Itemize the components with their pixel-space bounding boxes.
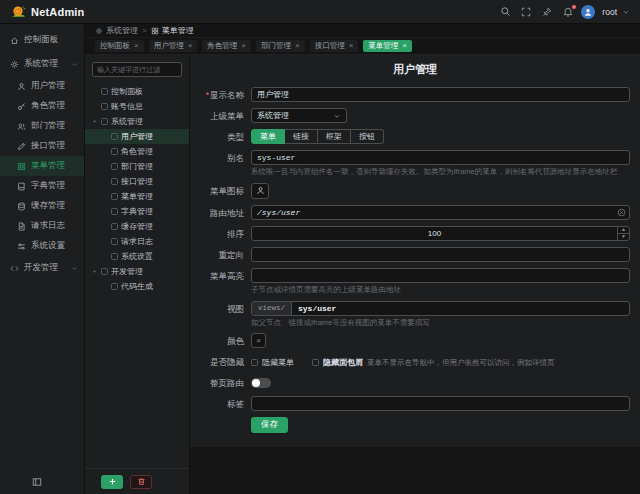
close-icon[interactable]: × <box>402 42 407 50</box>
checkbox[interactable] <box>101 268 108 275</box>
sidebar-item-dictionaries[interactable]: 字典管理 <box>0 176 84 196</box>
sidebar-item-request-logs[interactable]: 请求日志 <box>0 216 84 236</box>
sidebar-item-departments[interactable]: 部门管理 <box>0 116 84 136</box>
tab-dashboard[interactable]: 控制面板× <box>95 40 144 52</box>
tree-filter-input[interactable] <box>92 62 182 77</box>
checkbox[interactable] <box>111 148 118 155</box>
highlight-input[interactable] <box>251 268 630 283</box>
tree-node-dashboard[interactable]: 控制面板 <box>85 84 189 99</box>
tree-node-users[interactable]: 用户管理 <box>85 129 189 144</box>
caret-down-icon[interactable] <box>91 268 98 275</box>
pin-icon[interactable] <box>539 4 555 20</box>
close-icon[interactable]: × <box>295 42 300 50</box>
parent-menu-select[interactable]: 系统管理 <box>251 108 347 123</box>
checkbox[interactable] <box>101 118 108 125</box>
sidebar-item-users[interactable]: 用户管理 <box>0 76 84 96</box>
display-name-input[interactable] <box>251 87 630 102</box>
sidebar-item-roles[interactable]: 角色管理 <box>0 96 84 116</box>
full-page-toggle[interactable] <box>251 378 271 388</box>
hidden-desc-text: 菜单不显示在导航中，但用户依然可以访问，例如详情页 <box>367 358 555 368</box>
field-label: 标签 <box>200 396 244 411</box>
type-option-button[interactable]: 按钮 <box>351 129 384 144</box>
search-icon[interactable] <box>497 4 513 20</box>
close-icon[interactable]: × <box>241 42 246 50</box>
checkbox[interactable] <box>101 103 108 110</box>
add-menu-button[interactable] <box>101 475 123 489</box>
code-icon <box>10 264 19 273</box>
delete-menu-button[interactable] <box>130 475 152 489</box>
sidebar-item-label: 系统管理 <box>24 58 66 70</box>
route-input[interactable] <box>251 205 630 220</box>
view-input[interactable]: views/ sys/user <box>251 301 630 316</box>
decrease-button[interactable]: ▼ <box>618 234 629 240</box>
sidebar: 控制面板 系统管理 用户管理 角色管理 部门管理 接口管理 菜单管理 <box>0 24 85 494</box>
sidebar-collapse-icon[interactable] <box>32 477 42 487</box>
type-option-link[interactable]: 链接 <box>285 129 318 144</box>
checkbox[interactable] <box>111 178 118 185</box>
tree-node-system[interactable]: 系统管理 <box>85 114 189 129</box>
tab-roles[interactable]: 角色管理× <box>202 40 251 52</box>
breadcrumb-item-system[interactable]: 系统管理 <box>95 25 138 36</box>
tree-node-cache[interactable]: 缓存管理 <box>85 219 189 234</box>
tree-node-request-logs[interactable]: 请求日志 <box>85 234 189 249</box>
tab-departments[interactable]: 部门管理× <box>256 40 305 52</box>
file-icon <box>17 222 26 231</box>
sidebar-item-apis[interactable]: 接口管理 <box>0 136 84 156</box>
tree-node-departments[interactable]: 部门管理 <box>85 159 189 174</box>
sort-number-input[interactable]: 100 ▲ ▼ <box>251 226 630 241</box>
tree-node-codegen[interactable]: 代码生成 <box>85 279 189 294</box>
tab-users[interactable]: 用户管理× <box>149 40 198 52</box>
field-label: 菜单高亮 <box>200 268 244 295</box>
checkbox[interactable] <box>111 223 118 230</box>
caret-down-icon[interactable] <box>91 118 98 125</box>
close-icon[interactable]: × <box>188 42 193 50</box>
sort-value: 100 <box>252 227 617 240</box>
type-option-iframe[interactable]: 框架 <box>318 129 351 144</box>
view-value: sys/user <box>292 304 342 313</box>
type-option-menu[interactable]: 菜单 <box>251 129 285 144</box>
tree-node-roles[interactable]: 角色管理 <box>85 144 189 159</box>
close-icon[interactable]: × <box>349 42 354 50</box>
alias-input[interactable] <box>251 150 630 165</box>
menu-icon-picker-button[interactable] <box>251 183 269 199</box>
tree-node-development[interactable]: 开发管理 <box>85 264 189 279</box>
sidebar-item-development[interactable]: 开发管理 <box>0 256 84 280</box>
current-user[interactable]: root <box>602 7 617 17</box>
checkbox[interactable] <box>111 208 118 215</box>
tree-node-apis[interactable]: 接口管理 <box>85 174 189 189</box>
sidebar-item-dashboard[interactable]: 控制面板 <box>0 28 84 52</box>
checkbox[interactable] <box>111 193 118 200</box>
redirect-input[interactable] <box>251 247 630 262</box>
fullscreen-icon[interactable] <box>518 4 534 20</box>
breadcrumb-item-menus[interactable]: 菜单管理 <box>151 25 194 36</box>
chevron-down-icon[interactable] <box>622 8 630 16</box>
save-button[interactable]: 保存 <box>251 417 288 433</box>
tree-node-account[interactable]: 账号信息 <box>85 99 189 114</box>
checkbox[interactable] <box>111 133 118 140</box>
breadcrumb-label: 菜单管理 <box>162 25 194 36</box>
checkbox[interactable] <box>111 163 118 170</box>
sidebar-item-system[interactable]: 系统管理 <box>0 52 84 76</box>
sidebar-item-cache[interactable]: 缓存管理 <box>0 196 84 216</box>
tab-apis[interactable]: 接口管理× <box>310 40 359 52</box>
hide-breadcrumb-checkbox[interactable] <box>312 359 319 366</box>
tags-input[interactable] <box>251 396 630 411</box>
alias-help-text: 系统唯一且与内置组件名一致，否则导致缓存失效。如类型为Iframe的菜单，则别名… <box>251 167 630 177</box>
hide-menu-checkbox[interactable] <box>251 359 258 366</box>
color-picker-button[interactable]: × <box>251 333 266 348</box>
tab-menus[interactable]: 菜单管理× <box>363 40 412 52</box>
sidebar-item-settings[interactable]: 系统设置 <box>0 236 84 256</box>
sliders-icon <box>17 242 26 251</box>
checkbox[interactable] <box>101 88 108 95</box>
tree-node-dictionaries[interactable]: 字典管理 <box>85 204 189 219</box>
tree-node-settings[interactable]: 系统设置 <box>85 249 189 264</box>
clear-icon[interactable] <box>617 208 626 217</box>
tree-node-menus[interactable]: 菜单管理 <box>85 189 189 204</box>
bell-icon[interactable] <box>560 4 576 20</box>
checkbox[interactable] <box>111 253 118 260</box>
checkbox[interactable] <box>111 283 118 290</box>
checkbox[interactable] <box>111 238 118 245</box>
close-icon[interactable]: × <box>134 42 139 50</box>
avatar[interactable] <box>581 5 595 19</box>
sidebar-item-menus[interactable]: 菜单管理 <box>0 156 84 176</box>
